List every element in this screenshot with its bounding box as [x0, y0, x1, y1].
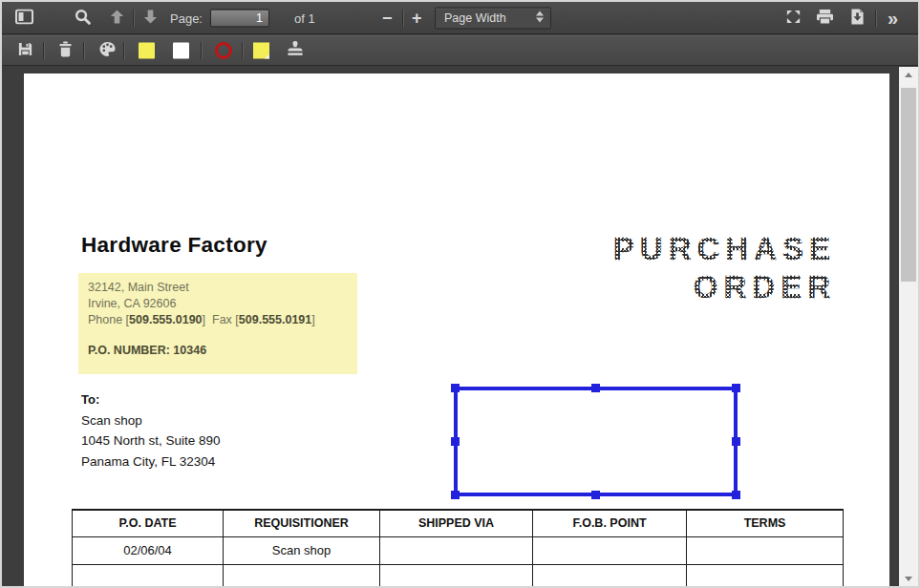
double-chevron-icon: »: [888, 9, 898, 28]
address-line-1: 32142, Main Street: [88, 280, 357, 296]
table-row: [73, 564, 844, 586]
purchase-order-stamp: PURCHASE ORDER: [613, 230, 836, 306]
document-viewer: Hardware Factory PURCHASE ORDER 32142, M…: [2, 67, 918, 586]
page-count-label: of 1: [294, 10, 315, 25]
white-swatch-icon: [173, 42, 189, 58]
main-toolbar: Page: of 1 − + Page Width: [2, 2, 918, 34]
printer-icon: [816, 9, 834, 28]
stamp-line-2: ORDER: [613, 268, 836, 306]
resize-handle-s[interactable]: [591, 491, 600, 499]
recipient-line-3: Panama City, FL 32304: [81, 452, 221, 472]
zoom-in-button[interactable]: +: [410, 8, 424, 29]
arrow-down-icon: [142, 9, 159, 28]
resize-handle-se[interactable]: [732, 491, 740, 499]
to-label: To:: [81, 389, 221, 410]
minus-icon: −: [382, 10, 393, 27]
cell-shipped-via: [380, 564, 533, 586]
download-button[interactable]: [848, 7, 867, 30]
col-header-requisitioner: REQUISITIONER: [224, 510, 380, 536]
toolbar-divider: [402, 10, 403, 27]
po-number-line: P.O. NUMBER: 10346: [88, 343, 357, 359]
table-row: 02/06/04 Scan shop: [73, 536, 844, 564]
sticky-note-tool[interactable]: [251, 40, 271, 60]
zoom-out-button[interactable]: −: [380, 8, 395, 29]
color-picker-button[interactable]: [96, 39, 118, 62]
resize-handle-w[interactable]: [451, 437, 460, 446]
recipient-line-1: Scan shop: [81, 410, 221, 431]
sidebar-toggle-button[interactable]: [13, 7, 35, 29]
cell-fob-point: [533, 564, 687, 586]
rectangle-annotation[interactable]: [454, 387, 738, 496]
highlighted-address-block[interactable]: 32142, Main Street Irvine, CA 92606 Phon…: [78, 273, 357, 374]
palette-icon: [98, 41, 117, 60]
red-circle-icon: [215, 42, 232, 59]
toolbar-divider: [123, 42, 124, 59]
print-button[interactable]: [814, 7, 836, 30]
toolbar-divider: [133, 10, 134, 27]
pdf-page: Hardware Factory PURCHASE ORDER 32142, M…: [24, 74, 889, 586]
plus-icon: +: [412, 10, 422, 27]
triangle-down-icon: [905, 577, 912, 581]
resize-handle-ne[interactable]: [732, 384, 740, 392]
scroll-up-button[interactable]: [899, 67, 918, 82]
scrollbar-thumb[interactable]: [901, 88, 916, 282]
cell-fob-point: [533, 536, 687, 564]
annotation-toolbar: [2, 35, 918, 66]
resize-handle-n[interactable]: [591, 384, 600, 392]
more-tools-button[interactable]: »: [886, 7, 900, 30]
trash-icon: [58, 41, 73, 60]
cell-shipped-via: [380, 536, 533, 564]
search-icon: [75, 9, 91, 28]
scroll-down-button[interactable]: [899, 571, 918, 586]
vertical-scrollbar[interactable]: [899, 67, 918, 586]
search-button[interactable]: [73, 7, 93, 30]
sticky-note-icon: [253, 42, 269, 58]
toolbar-divider: [875, 10, 876, 27]
sidebar-toggle-icon: [15, 9, 33, 27]
triangle-up-icon: [905, 73, 912, 77]
fullscreen-icon: [785, 9, 802, 28]
cell-requisitioner: Scan shop: [224, 536, 380, 564]
toolbar-divider: [43, 42, 44, 59]
toolbar-divider: [242, 42, 243, 59]
cell-terms: [687, 536, 844, 564]
cell-requisitioner: [224, 564, 380, 586]
zoom-select[interactable]: Page Width: [435, 7, 551, 29]
col-header-terms: TERMS: [687, 510, 844, 536]
address-line-2: Irvine, CA 92606: [88, 296, 357, 312]
yellow-swatch-icon: [139, 42, 155, 58]
resize-handle-nw[interactable]: [451, 384, 460, 392]
arrow-up-icon: [109, 9, 125, 28]
recipient-line-2: 1045 North st, Suite 890: [81, 430, 221, 452]
presentation-mode-button[interactable]: [783, 7, 803, 30]
address-phone-fax-line: Phone [509.555.0190] Fax [509.555.0191]: [88, 312, 357, 328]
chevron-up-down-icon: [536, 10, 544, 22]
ellipse-annotation-tool[interactable]: [213, 40, 234, 61]
col-header-fob-point: F.O.B. POINT: [533, 510, 687, 536]
resize-handle-e[interactable]: [732, 437, 740, 446]
toolbar-divider: [201, 42, 202, 59]
stamp-tool[interactable]: [284, 39, 307, 62]
next-page-button[interactable]: [140, 7, 160, 30]
col-header-po-date: P.O. DATE: [73, 510, 224, 536]
fax-number: 509.555.0191: [239, 313, 311, 326]
zoom-select-value: Page Width: [444, 11, 506, 25]
cell-po-date: 02/06/04: [73, 536, 224, 564]
company-name: Hardware Factory: [81, 233, 267, 258]
highlight-white-tool[interactable]: [171, 40, 191, 60]
save-button[interactable]: [15, 39, 35, 62]
highlight-yellow-tool[interactable]: [137, 40, 157, 60]
stamp-icon: [286, 41, 305, 60]
cell-po-date: [73, 564, 224, 586]
cell-terms: [687, 564, 844, 586]
download-icon: [850, 9, 865, 28]
resize-handle-sw[interactable]: [451, 491, 460, 499]
previous-page-button[interactable]: [107, 7, 127, 30]
delete-annotation-button[interactable]: [56, 39, 75, 62]
recipient-block: To: Scan shop 1045 North st, Suite 890 P…: [81, 389, 221, 472]
page-number-input[interactable]: [210, 9, 269, 27]
purchase-order-table: P.O. DATE REQUISITIONER SHIPPED VIA F.O.…: [72, 509, 844, 586]
stamp-line-1: PURCHASE: [613, 230, 836, 268]
page-label: Page:: [170, 10, 203, 25]
save-icon: [17, 41, 33, 60]
